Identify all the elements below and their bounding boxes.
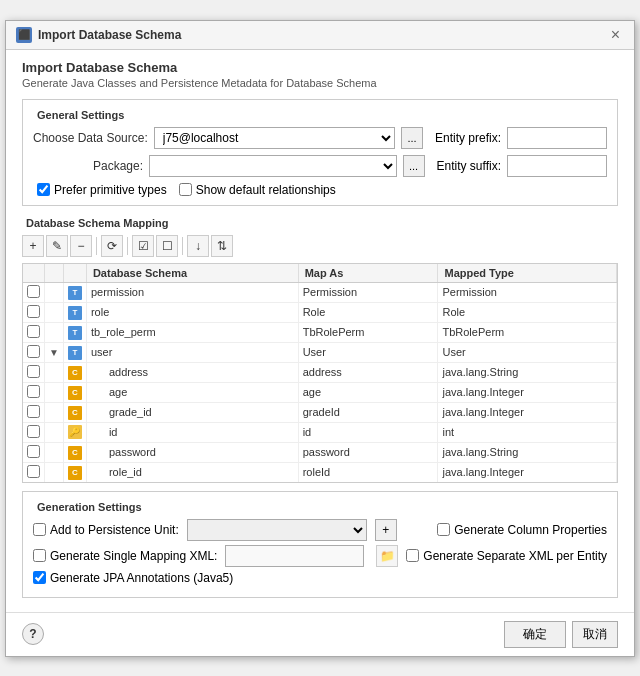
row-checkbox[interactable]: [27, 365, 40, 378]
schema-name-cell: user: [86, 342, 298, 362]
gen-single-row: Generate Single Mapping XML: 📁 Generate …: [33, 545, 607, 567]
row-check-cell[interactable]: [23, 322, 45, 342]
row-check-cell[interactable]: [23, 282, 45, 302]
general-settings-label: General Settings: [33, 109, 128, 121]
table-row[interactable]: TroleRoleRole: [23, 302, 617, 322]
table-row[interactable]: Crole_idroleIdjava.lang.Integer: [23, 462, 617, 482]
table-icon: T: [68, 286, 82, 300]
prefer-primitive-label[interactable]: Prefer primitive types: [37, 183, 167, 197]
entity-prefix-input[interactable]: [507, 127, 607, 149]
gen-jpa-checkbox[interactable]: [33, 571, 46, 584]
add-persistence-btn[interactable]: +: [375, 519, 397, 541]
map-as-cell: roleId: [298, 462, 438, 482]
gen-single-path: [225, 545, 364, 567]
dialog-header-title: Import Database Schema: [22, 60, 618, 75]
gen-column-checkbox[interactable]: [437, 523, 450, 536]
title-bar-left: ⬛ Import Database Schema: [16, 27, 181, 43]
row-check-cell[interactable]: [23, 402, 45, 422]
map-as-cell: User: [298, 342, 438, 362]
row-icon-cell: T: [63, 302, 86, 322]
row-checkbox[interactable]: [27, 405, 40, 418]
move-down-button[interactable]: ↓: [187, 235, 209, 257]
help-button[interactable]: ?: [22, 623, 44, 645]
toolbar-sep-1: [96, 237, 97, 255]
close-button[interactable]: ×: [607, 27, 624, 43]
table-row[interactable]: Cageagejava.lang.Integer: [23, 382, 617, 402]
prefer-primitive-checkbox[interactable]: [37, 183, 50, 196]
gen-single-checkbox[interactable]: [33, 549, 46, 562]
table-row[interactable]: Csexsexjava.lang.String: [23, 482, 617, 483]
row-checkbox[interactable]: [27, 425, 40, 438]
row-icon-cell: C: [63, 462, 86, 482]
row-icon-cell: 🔑: [63, 422, 86, 442]
map-as-cell: Role: [298, 302, 438, 322]
row-check-cell[interactable]: [23, 482, 45, 483]
ok-button[interactable]: 确定: [504, 621, 566, 648]
col-icon-header: [63, 264, 86, 283]
table-icon: T: [68, 306, 82, 320]
row-checkbox[interactable]: [27, 445, 40, 458]
mapped-type-cell: TbRolePerm: [438, 322, 617, 342]
col-type-header: Mapped Type: [438, 264, 617, 283]
schema-mapping-label: Database Schema Mapping: [22, 217, 172, 229]
map-as-cell: gradeId: [298, 402, 438, 422]
remove-row-button[interactable]: −: [70, 235, 92, 257]
row-checkbox[interactable]: [27, 465, 40, 478]
table-row[interactable]: Cgrade_idgradeIdjava.lang.Integer: [23, 402, 617, 422]
gen-single-browse-button[interactable]: 📁: [376, 545, 398, 567]
row-check-cell[interactable]: [23, 342, 45, 362]
entity-suffix-input[interactable]: [507, 155, 607, 177]
refresh-button[interactable]: ⟳: [101, 235, 123, 257]
show-default-checkbox[interactable]: [179, 183, 192, 196]
swap-button[interactable]: ⇅: [211, 235, 233, 257]
row-expand-cell[interactable]: ▼: [45, 342, 64, 362]
table-row[interactable]: Caddressaddressjava.lang.String: [23, 362, 617, 382]
table-row[interactable]: ▼TuserUserUser: [23, 342, 617, 362]
datasource-select[interactable]: j75@localhost: [154, 127, 395, 149]
dialog-content: Import Database Schema Generate Java Cla…: [6, 50, 634, 608]
map-as-cell: password: [298, 442, 438, 462]
generation-settings-group: Generation Settings Add to Persistence U…: [22, 491, 618, 598]
general-settings-group: General Settings Choose Data Source: j75…: [22, 99, 618, 206]
table-row[interactable]: Cpasswordpasswordjava.lang.String: [23, 442, 617, 462]
gen-single-label[interactable]: Generate Single Mapping XML:: [33, 549, 217, 563]
row-check-cell[interactable]: [23, 362, 45, 382]
add-persistence-checkbox[interactable]: [33, 523, 46, 536]
table-row[interactable]: 🔑ididint: [23, 422, 617, 442]
row-expand-cell: [45, 462, 64, 482]
table-row[interactable]: Ttb_role_permTbRolePermTbRolePerm: [23, 322, 617, 342]
col-schema-header: Database Schema: [86, 264, 298, 283]
package-ellipsis-button[interactable]: ...: [403, 155, 425, 177]
cancel-button[interactable]: 取消: [572, 621, 618, 648]
datasource-ellipsis-button[interactable]: ...: [401, 127, 423, 149]
row-check-cell[interactable]: [23, 442, 45, 462]
persistence-unit-select[interactable]: [187, 519, 367, 541]
map-as-cell: id: [298, 422, 438, 442]
row-checkbox[interactable]: [27, 345, 40, 358]
col-check-header: [23, 264, 45, 283]
edit-row-button[interactable]: ✎: [46, 235, 68, 257]
gen-column-label[interactable]: Generate Column Properties: [437, 523, 607, 537]
schema-name-cell: password: [86, 442, 298, 462]
gen-jpa-label[interactable]: Generate JPA Annotations (Java5): [33, 571, 233, 585]
mapped-type-cell: User: [438, 342, 617, 362]
row-checkbox[interactable]: [27, 285, 40, 298]
package-select[interactable]: [149, 155, 397, 177]
footer-buttons: 确定 取消: [504, 621, 618, 648]
row-check-cell[interactable]: [23, 422, 45, 442]
row-checkbox[interactable]: [27, 385, 40, 398]
uncheck-all-button[interactable]: ☐: [156, 235, 178, 257]
row-check-cell[interactable]: [23, 462, 45, 482]
gen-separate-label[interactable]: Generate Separate XML per Entity: [406, 549, 607, 563]
add-persistence-label[interactable]: Add to Persistence Unit:: [33, 523, 179, 537]
row-checkbox[interactable]: [27, 325, 40, 338]
row-check-cell[interactable]: [23, 382, 45, 402]
show-default-label[interactable]: Show default relationships: [179, 183, 336, 197]
row-check-cell[interactable]: [23, 302, 45, 322]
gen-separate-checkbox[interactable]: [406, 549, 419, 562]
row-expand-cell: [45, 482, 64, 483]
add-row-button[interactable]: +: [22, 235, 44, 257]
check-all-button[interactable]: ☑: [132, 235, 154, 257]
table-row[interactable]: TpermissionPermissionPermission: [23, 282, 617, 302]
row-checkbox[interactable]: [27, 305, 40, 318]
